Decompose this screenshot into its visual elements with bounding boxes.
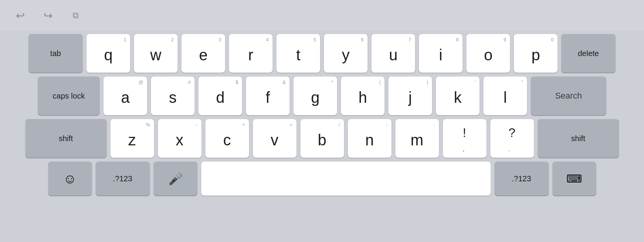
- key-a-letter: a: [121, 89, 129, 106]
- key-e-number: 3: [219, 37, 221, 43]
- redo-button[interactable]: ↪: [39, 7, 56, 24]
- key-q-letter: q: [104, 46, 112, 64]
- key-d-number: $: [236, 80, 238, 85]
- key-b-letter: b: [318, 131, 326, 149]
- clipboard-button[interactable]: ⧉: [67, 7, 84, 24]
- key-w[interactable]: 2 w: [134, 34, 178, 73]
- keyboard-row-2: caps lock @ a # s $ d & f * g ( h: [2, 77, 642, 115]
- key-g[interactable]: * g: [293, 77, 337, 115]
- key-v-number: =: [290, 122, 292, 128]
- key-v-letter: v: [271, 131, 278, 149]
- key-d[interactable]: $ d: [198, 77, 242, 115]
- key-z[interactable]: % z: [110, 119, 154, 158]
- key-h[interactable]: ( h: [341, 77, 385, 115]
- key-u[interactable]: 7 u: [371, 34, 415, 73]
- shift-right-key[interactable]: shift: [538, 119, 619, 158]
- key-question[interactable]: ?.: [490, 119, 534, 158]
- key-t-number: 5: [314, 37, 316, 43]
- hide-keyboard-key[interactable]: ⌨: [552, 162, 596, 196]
- key-u-number: 7: [408, 37, 411, 43]
- emoji-icon: ☺: [63, 171, 77, 186]
- key-u-letter: u: [389, 46, 397, 64]
- shift-left-key[interactable]: shift: [25, 119, 107, 158]
- caps-lock-label: caps lock: [53, 92, 85, 101]
- keyboard-row-1: tab 1 q 2 w 3 e 4 r 5 t 6 y: [2, 34, 642, 73]
- key-m[interactable]: : m: [395, 119, 439, 158]
- delete-key[interactable]: delete: [561, 34, 615, 73]
- key-e-letter: e: [199, 46, 207, 64]
- redo-icon: ↪: [44, 9, 53, 22]
- key-j-number: ): [427, 80, 428, 85]
- undo-icon: ↩: [16, 9, 25, 22]
- key-m-number: :: [434, 122, 435, 128]
- key-y-number: 6: [361, 37, 364, 43]
- key-a-number: @: [139, 80, 143, 85]
- key-l[interactable]: " l: [483, 77, 527, 115]
- key-i-letter: i: [439, 46, 442, 64]
- key-c-number: +: [242, 122, 245, 128]
- key-c[interactable]: + c: [205, 119, 249, 158]
- toolbar: ↩ ↪ ⧉: [0, 0, 644, 31]
- key-b[interactable]: / b: [300, 119, 344, 158]
- key-r[interactable]: 4 r: [229, 34, 273, 73]
- key-g-number: *: [331, 80, 333, 85]
- key-s[interactable]: # s: [151, 77, 195, 115]
- microphone-icon: 🎤: [168, 172, 183, 186]
- key-l-letter: l: [503, 89, 507, 106]
- key-o-number: 9: [503, 37, 506, 43]
- key-z-letter: z: [128, 131, 136, 149]
- key-o-letter: o: [484, 46, 492, 64]
- delete-label: delete: [578, 49, 599, 58]
- key-a[interactable]: @ a: [103, 77, 147, 115]
- key-j-letter: j: [408, 89, 412, 106]
- numbers-right-label: .?123: [512, 174, 531, 183]
- search-key[interactable]: Search: [531, 77, 606, 115]
- microphone-key[interactable]: 🎤: [154, 162, 197, 196]
- key-i-number: 8: [456, 37, 459, 43]
- key-w-number: 2: [171, 37, 174, 43]
- key-l-number: ": [522, 80, 523, 85]
- key-n[interactable]: ; n: [348, 119, 391, 158]
- caps-lock-key[interactable]: caps lock: [38, 77, 100, 115]
- tab-label: tab: [50, 49, 61, 58]
- key-s-number: #: [188, 80, 191, 85]
- space-key[interactable]: [201, 162, 491, 196]
- key-k-number: ': [475, 80, 476, 85]
- numbers-left-key[interactable]: .?123: [96, 162, 150, 196]
- numbers-right-key[interactable]: .?123: [495, 162, 549, 196]
- key-q[interactable]: 1 q: [86, 34, 130, 73]
- key-p-letter: p: [531, 46, 540, 64]
- key-exclaim-letter: !,: [463, 126, 466, 154]
- key-f[interactable]: & f: [246, 77, 290, 115]
- key-n-number: ;: [386, 122, 387, 128]
- key-o[interactable]: 9 o: [466, 34, 510, 73]
- key-y[interactable]: 6 y: [324, 34, 368, 73]
- key-d-letter: d: [216, 89, 224, 106]
- key-w-letter: w: [150, 46, 161, 64]
- undo-button[interactable]: ↩: [12, 7, 29, 24]
- clipboard-icon: ⧉: [73, 10, 79, 20]
- key-r-letter: r: [248, 46, 253, 64]
- key-k-letter: k: [454, 89, 462, 106]
- keyboard: tab 1 q 2 w 3 e 4 r 5 t 6 y: [0, 31, 644, 242]
- emoji-key[interactable]: ☺: [48, 162, 92, 196]
- key-x[interactable]: - x: [158, 119, 202, 158]
- keyboard-row-3: shift % z - x + c = v / b ; n: [2, 119, 642, 158]
- key-e[interactable]: 3 e: [181, 34, 225, 73]
- key-j[interactable]: ) j: [388, 77, 432, 115]
- key-v[interactable]: = v: [253, 119, 297, 158]
- key-h-number: (: [379, 80, 381, 85]
- key-g-letter: g: [311, 89, 319, 106]
- key-n-letter: n: [365, 131, 374, 149]
- tab-key[interactable]: tab: [29, 34, 83, 73]
- key-k[interactable]: ' k: [436, 77, 480, 115]
- key-t[interactable]: 5 t: [276, 34, 320, 73]
- key-x-letter: x: [176, 131, 183, 149]
- key-y-letter: y: [342, 46, 350, 64]
- key-i[interactable]: 8 i: [419, 34, 463, 73]
- key-h-letter: h: [358, 89, 367, 106]
- key-f-number: &: [283, 80, 286, 85]
- key-m-letter: m: [410, 131, 423, 149]
- key-exclaim[interactable]: !,: [443, 119, 486, 158]
- key-p[interactable]: 0 p: [514, 34, 558, 73]
